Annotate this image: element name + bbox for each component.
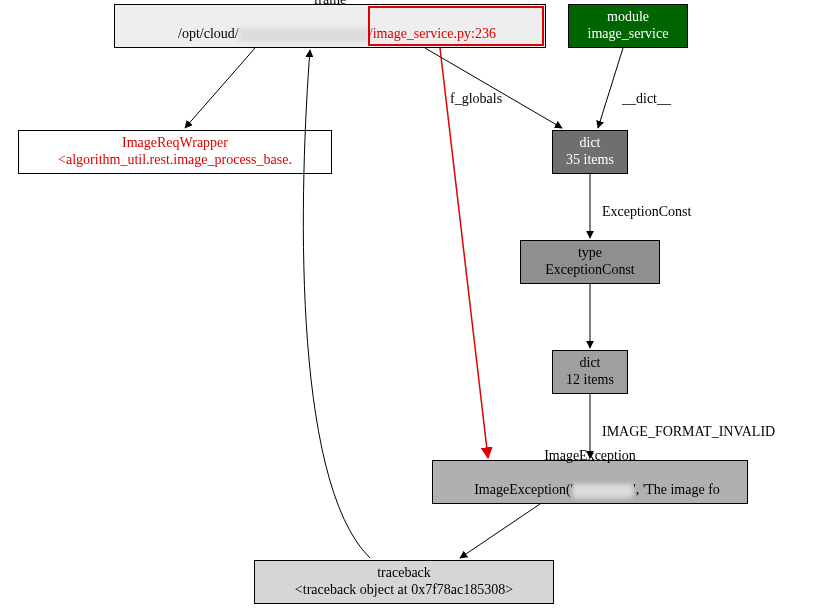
dict35-line2: 35 items bbox=[557, 152, 623, 169]
node-traceback: traceback <traceback object at 0x7f78ac1… bbox=[254, 560, 554, 604]
edges-layer bbox=[0, 0, 816, 614]
exc-line1: ImageException bbox=[437, 448, 743, 465]
exc-line2-suffix: ', 'The image fo bbox=[633, 482, 720, 497]
frame-path-blur bbox=[239, 28, 369, 42]
edge-frame-to-exc-red bbox=[440, 48, 488, 458]
edge-frame-to-dict35 bbox=[425, 48, 562, 128]
edge-label-f-globals: f_globals bbox=[450, 91, 502, 107]
node-type: type ExceptionConst bbox=[520, 240, 660, 284]
tb-line2: <traceback object at 0x7f78ac185308> bbox=[259, 582, 549, 599]
dict12-line1: dict bbox=[557, 355, 623, 372]
exc-line2: ImageException('', 'The image fo bbox=[437, 465, 743, 515]
node-module: module image_service bbox=[568, 4, 688, 48]
node-dict35: dict 35 items bbox=[552, 130, 628, 174]
edge-label-exceptionconst: ExceptionConst bbox=[602, 204, 691, 220]
type-line1: type bbox=[525, 245, 655, 262]
module-line1: module bbox=[573, 9, 683, 26]
edge-label-image-format-invalid: IMAGE_FORMAT_INVALID bbox=[602, 424, 775, 440]
frame-path-prefix: /opt/cloud/ bbox=[178, 26, 239, 41]
node-dict12: dict 12 items bbox=[552, 350, 628, 394]
type-line2: ExceptionConst bbox=[525, 262, 655, 279]
edge-module-to-dict35 bbox=[598, 48, 623, 128]
dict12-line2: 12 items bbox=[557, 372, 623, 389]
edge-label-dict: __dict__ bbox=[622, 91, 671, 107]
exc-line2-prefix: ImageException(' bbox=[474, 482, 573, 497]
dict35-line1: dict bbox=[557, 135, 623, 152]
module-line2: image_service bbox=[573, 26, 683, 43]
frame-highlight-box bbox=[368, 6, 544, 46]
edge-frame-to-wrapper bbox=[185, 48, 255, 128]
edge-tb-to-frame bbox=[303, 50, 370, 558]
tb-line1: traceback bbox=[259, 565, 549, 582]
wrapper-line2: <algorithm_util.rest.image_process_base. bbox=[23, 152, 327, 169]
wrapper-line1: ImageReqWrapper bbox=[23, 135, 327, 152]
node-imageexception: ImageException ImageException('', 'The i… bbox=[432, 460, 748, 504]
exc-line2-blur bbox=[573, 484, 633, 498]
node-wrapper: ImageReqWrapper <algorithm_util.rest.ima… bbox=[18, 130, 332, 174]
